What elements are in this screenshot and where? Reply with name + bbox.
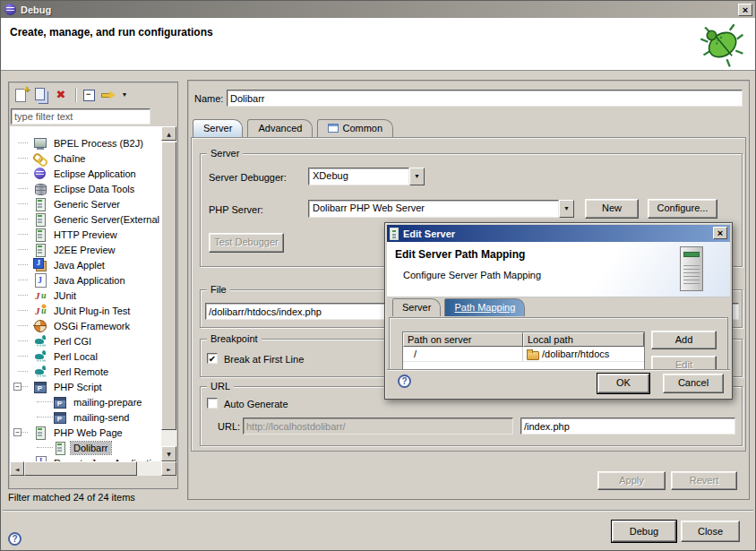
tab-advanced[interactable]: Advanced <box>247 119 313 137</box>
scroll-right-icon[interactable]: ► <box>161 461 176 476</box>
new-configuration-icon[interactable]: + <box>13 86 30 104</box>
add-mapping-button[interactable]: Add <box>651 331 717 349</box>
dialog-tab-path-mapping[interactable]: Path Mapping <box>444 298 525 316</box>
revert-button[interactable]: Revert <box>671 471 737 490</box>
combo-arrow-icon[interactable]: ▼ <box>559 200 574 218</box>
tree-item-generic-server[interactable]: Generic Server <box>10 196 163 211</box>
window-close-button[interactable]: × <box>738 4 752 16</box>
apply-button[interactable]: Apply <box>597 471 666 490</box>
php-server-label: PHP Server: <box>209 204 263 215</box>
tree-item-label: Perl Local <box>51 350 100 363</box>
help-icon[interactable]: ? <box>8 532 21 546</box>
debug-configurations-window: Debug × Create, manage, and run configur… <box>0 0 756 551</box>
collapse-all-icon[interactable]: − <box>80 86 98 104</box>
dialog-help-icon[interactable]: ? <box>398 375 411 388</box>
bug-icon <box>698 22 744 68</box>
auto-generate-label: Auto Generate <box>224 399 288 409</box>
tree-item-label: JUnit Plug-in Test <box>51 305 133 317</box>
column-local-path: Local path <box>523 332 644 347</box>
tree-item-label: Chaîne <box>51 152 88 165</box>
tree-item-label: J2EE Preview <box>51 244 117 256</box>
common-tab-icon <box>328 124 339 133</box>
toolbar-menu-caret-icon[interactable]: ▼ <box>119 86 130 104</box>
configure-server-button[interactable]: Configure... <box>648 199 717 219</box>
tree-item-label: Generic Server(External La <box>51 213 163 226</box>
tree-item-label: Dolibarr <box>71 442 111 454</box>
tree-vscroll-thumb[interactable] <box>161 142 176 430</box>
tree-item-eclipse-application[interactable]: Eclipse Application <box>10 166 163 181</box>
tree-item-junit-plug-in-test[interactable]: JUnit Plug-in Test <box>10 303 163 318</box>
collapse-toggle-icon[interactable]: − <box>13 428 21 436</box>
duplicate-configuration-icon[interactable] <box>32 86 50 104</box>
tab-common[interactable]: Common <box>317 119 393 137</box>
scroll-left-icon[interactable]: ◄ <box>10 461 24 476</box>
path-mapping-table: Path on server Local path //dolibarr/htd… <box>402 331 645 371</box>
tree-item-label: Java Applet <box>51 259 107 271</box>
close-button[interactable]: Close <box>681 521 740 542</box>
tree-item-http-preview[interactable]: HTTP Preview <box>10 227 163 242</box>
url-label: URL: <box>218 421 240 432</box>
tree-item-perl-cgi[interactable]: Perl CGI <box>10 333 163 349</box>
tree-item-remote-java-application[interactable]: Remote Java Application <box>10 455 163 461</box>
path-mapping-row[interactable]: //dolibarr/htdocs <box>403 347 644 362</box>
tree-item-label: Generic Server <box>51 198 123 211</box>
scroll-down-icon[interactable]: ▼ <box>161 446 176 461</box>
tree-hscroll-thumb[interactable] <box>24 461 137 476</box>
tree-item-java-application[interactable]: Java Application <box>10 272 163 288</box>
filter-icon[interactable] <box>99 86 117 104</box>
japplet-icon <box>33 258 47 272</box>
cancel-button[interactable]: Cancel <box>663 374 724 393</box>
tree-item-dolibarr[interactable]: Dolibarr <box>10 440 163 455</box>
filter-status-text: Filter matched 24 of 24 items <box>8 492 135 503</box>
config-tree: BPEL Process (B2J)ChaîneEclipse Applicat… <box>10 126 163 461</box>
banner-title: Create, manage, and run configurations <box>10 26 213 39</box>
tree-item-cha-ne[interactable]: Chaîne <box>10 151 163 166</box>
scroll-up-icon[interactable]: ▲ <box>161 126 176 141</box>
server-tower-icon <box>680 246 703 291</box>
auto-generate-checkbox[interactable] <box>207 398 218 409</box>
tree-item-mailing-send[interactable]: mailing-send <box>10 409 163 425</box>
tree-item-perl-local[interactable]: Perl Local <box>10 349 163 364</box>
php-icon <box>33 380 47 394</box>
server-debugger-combo[interactable]: XDebug ▼ <box>308 168 425 185</box>
url-path-input[interactable] <box>520 418 735 435</box>
collapse-toggle-icon[interactable]: − <box>13 383 21 391</box>
debug-button[interactable]: Debug <box>612 521 676 542</box>
perl-icon <box>33 334 47 349</box>
dialog-close-button[interactable]: × <box>713 227 727 239</box>
combo-arrow-icon[interactable]: ▼ <box>409 168 425 185</box>
php-server-combo[interactable]: Dolibarr PHP Web Server ▼ <box>308 200 574 218</box>
filter-input[interactable] <box>11 108 150 125</box>
config-tab-bar: Server Advanced Common <box>193 119 395 138</box>
sidebar-toolbar: + ✖ − ▼ <box>11 84 132 106</box>
tree-item-mailing-prepare[interactable]: mailing-prepare <box>10 394 163 409</box>
tree-item-label: BPEL Process (B2J) <box>51 137 146 150</box>
tree-item-generic-server-external-la[interactable]: Generic Server(External La <box>10 211 163 227</box>
new-server-button[interactable]: New <box>585 199 639 219</box>
server-icon <box>33 426 47 440</box>
tree-item-osgi-framework[interactable]: OSGi Framework <box>10 318 163 333</box>
server-icon <box>390 228 399 240</box>
tree-item-perl-remote[interactable]: Perl Remote <box>10 364 163 379</box>
tree-item-php-web-page[interactable]: −PHP Web Page <box>10 425 163 440</box>
break-first-line-checkbox[interactable]: ✔ <box>207 353 218 364</box>
tree-item-eclipse-data-tools[interactable]: Eclipse Data Tools <box>10 181 163 196</box>
url-group-title: URL <box>207 381 234 392</box>
tree-item-php-script[interactable]: −PHP Script <box>10 379 163 394</box>
test-debugger-button[interactable]: Test Debugger <box>209 233 284 253</box>
perl-icon <box>33 365 47 379</box>
dialog-tab-server[interactable]: Server <box>392 298 441 316</box>
dialog-header: Edit Server Path Mapping Configure Serve… <box>387 242 730 297</box>
tab-server[interactable]: Server <box>193 119 243 137</box>
tree-item-junit[interactable]: JUnit <box>10 288 163 303</box>
window-title: Debug <box>21 4 51 15</box>
tree-item-label: mailing-send <box>71 411 132 424</box>
ok-button[interactable]: OK <box>597 374 649 393</box>
eclipse-icon <box>4 4 16 15</box>
tree-item-j2ee-preview[interactable]: J2EE Preview <box>10 242 163 257</box>
tree-item-bpel-process-b2j[interactable]: BPEL Process (B2J) <box>10 135 163 151</box>
server-path-cell: / <box>403 347 523 361</box>
tree-item-java-applet[interactable]: Java Applet <box>10 257 163 272</box>
delete-configuration-icon[interactable]: ✖ <box>52 86 70 104</box>
name-input[interactable] <box>227 90 743 107</box>
